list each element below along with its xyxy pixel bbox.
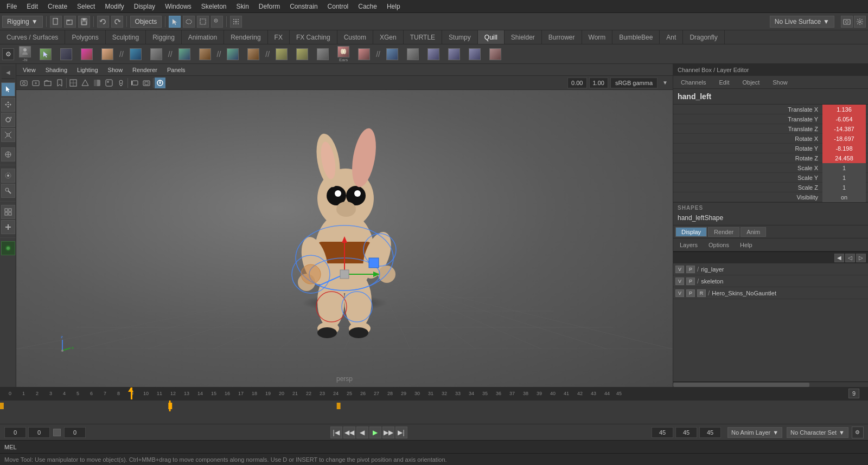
layer-r-2[interactable]: R: [697, 289, 706, 297]
shelf-heel-rol[interactable]: [313, 46, 333, 63]
layer-v-1[interactable]: V: [675, 277, 684, 285]
vp-select-cam[interactable]: [129, 78, 140, 88]
channel-rotate-x[interactable]: Rotate X -18.697: [673, 134, 868, 144]
settings-btn[interactable]: [854, 16, 866, 28]
cb-tab-channels[interactable]: Channels: [675, 78, 711, 87]
menu-select[interactable]: Select: [73, 2, 99, 11]
tab-shielder[interactable]: Shielder: [505, 30, 542, 44]
layers-hscroll[interactable]: [673, 382, 868, 387]
shelf-phy1[interactable]: [424, 46, 443, 63]
menu-control[interactable]: Control: [323, 2, 353, 11]
current-time-input[interactable]: [28, 427, 50, 438]
channel-scale-x[interactable]: Scale X 1: [673, 163, 868, 173]
frame-field3[interactable]: [699, 427, 721, 438]
vp-shaded-btn[interactable]: [92, 78, 103, 88]
lt-tab-help[interactable]: Help: [736, 241, 757, 249]
menu-constrain[interactable]: Constrain: [285, 2, 322, 11]
tab-rigging[interactable]: Rigging: [146, 30, 182, 44]
undo-btn[interactable]: [97, 16, 109, 28]
play-forward[interactable]: ▶: [369, 427, 381, 438]
open-file-btn[interactable]: [64, 16, 76, 28]
menu-windows[interactable]: Windows: [161, 2, 196, 11]
vp-textured-btn[interactable]: [104, 78, 114, 88]
paint-select-btn[interactable]: [211, 16, 223, 28]
vp-value1[interactable]: 0.00: [567, 78, 586, 88]
lt-tab-options[interactable]: Options: [704, 241, 733, 249]
layer-p-0[interactable]: P: [686, 266, 695, 273]
soft-select[interactable]: [1, 169, 15, 183]
channel-scale-z[interactable]: Scale Z 1: [673, 183, 868, 192]
vp-menu-renderer[interactable]: Renderer: [128, 66, 162, 74]
rotate-tool[interactable]: [1, 113, 15, 127]
vp-screenshot-btn[interactable]: [141, 78, 152, 88]
vp-filmclap-btn[interactable]: [42, 78, 53, 88]
vp-lights-btn[interactable]: [116, 78, 126, 88]
lt-tab-layers[interactable]: Layers: [675, 241, 702, 249]
vp-cam-btn[interactable]: [18, 78, 29, 88]
universal-manip[interactable]: [1, 147, 15, 162]
add-btn[interactable]: [1, 220, 15, 234]
shelf-rig-quil[interactable]: [126, 46, 145, 63]
redo-btn[interactable]: [111, 16, 123, 28]
shelf-backpac[interactable]: [146, 46, 166, 63]
menu-skeleton[interactable]: Skeleton: [197, 2, 231, 11]
layers-scroll-thumb[interactable]: [673, 383, 809, 387]
shelf-fingers-sel[interactable]: [98, 46, 117, 63]
shelf-fingers[interactable]: [77, 46, 97, 63]
layer-back-btn[interactable]: ◀: [834, 254, 844, 262]
tab-worm[interactable]: Worm: [582, 30, 613, 44]
tab-burrower[interactable]: Burrower: [542, 30, 582, 44]
channel-scale-y[interactable]: Scale Y 1: [673, 173, 868, 183]
tab-sculpting[interactable]: Sculpting: [106, 30, 146, 44]
channel-translate-z[interactable]: Translate Z -14.387: [673, 124, 868, 134]
shelf-select-ri[interactable]: [36, 46, 55, 63]
shelf-phyloo[interactable]: [465, 46, 484, 63]
render-icon[interactable]: [1, 241, 15, 255]
range-start-input[interactable]: [4, 427, 26, 438]
shelf-ears[interactable]: Ears: [334, 46, 353, 63]
dt-tab-anim[interactable]: Anim: [741, 227, 766, 237]
tab-custom[interactable]: Custom: [337, 30, 373, 44]
cb-tab-show[interactable]: Show: [767, 78, 793, 87]
dt-tab-render[interactable]: Render: [708, 227, 739, 237]
menu-skin[interactable]: Skin: [232, 2, 253, 11]
layers-scroll-track[interactable]: [673, 382, 868, 387]
shelf-sel-wf[interactable]: [56, 46, 76, 63]
viewport-canvas[interactable]: persp z x: [16, 90, 673, 387]
tab-bumblebee[interactable]: BumbleBee: [612, 30, 660, 44]
channel-rotate-z[interactable]: Rotate Z 24.458: [673, 153, 868, 163]
channel-visibility[interactable]: Visibility on: [673, 192, 868, 202]
layer-v-0[interactable]: V: [675, 266, 684, 273]
tab-dragonfly[interactable]: Dragonfly: [683, 30, 724, 44]
play-go-start[interactable]: |◀: [330, 427, 342, 438]
vp-menu-show[interactable]: Show: [104, 66, 127, 74]
cb-tab-edit[interactable]: Edit: [713, 78, 735, 87]
anim-layer-dropdown[interactable]: No Anim Layer ▼: [727, 427, 782, 438]
tab-curves-surfaces[interactable]: Curves / Surfaces: [0, 30, 65, 44]
play-prev-key[interactable]: ◀◀: [343, 427, 355, 438]
play-go-end[interactable]: ▶|: [395, 427, 407, 438]
shelf-reset-ll[interactable]: [195, 46, 215, 63]
no-char-set-dropdown[interactable]: No Character Set ▼: [787, 427, 848, 438]
channel-rotate-y[interactable]: Rotate Y -8.198: [673, 144, 868, 153]
box-select-btn[interactable]: [197, 16, 209, 28]
vp-menu-view[interactable]: View: [18, 66, 40, 74]
vp-menu-panels[interactable]: Panels: [163, 66, 190, 74]
new-file-btn[interactable]: [50, 16, 62, 28]
tab-ant[interactable]: Ant: [660, 30, 683, 44]
menu-modify[interactable]: Modify: [100, 2, 128, 11]
cb-tab-object[interactable]: Object: [737, 78, 765, 87]
vp-cam2-btn[interactable]: [30, 78, 41, 88]
menu-cache[interactable]: Cache: [354, 2, 381, 11]
lasso-select-btn[interactable]: [183, 16, 195, 28]
vp-grid-toggle[interactable]: [68, 78, 79, 88]
layer-p-2[interactable]: P: [686, 289, 695, 297]
channel-translate-x[interactable]: Translate X 1.136: [673, 105, 868, 114]
mode-dropdown[interactable]: Rigging ▼: [2, 16, 43, 28]
tab-quill[interactable]: Quill: [478, 30, 505, 44]
shelf-export[interactable]: [486, 46, 505, 63]
tab-rendering[interactable]: Rendering: [224, 30, 267, 44]
script-mode-label[interactable]: MEL: [4, 444, 17, 450]
panel-collapse-btn[interactable]: ◀: [2, 66, 15, 79]
vp-bookmark-btn[interactable]: [54, 78, 65, 88]
